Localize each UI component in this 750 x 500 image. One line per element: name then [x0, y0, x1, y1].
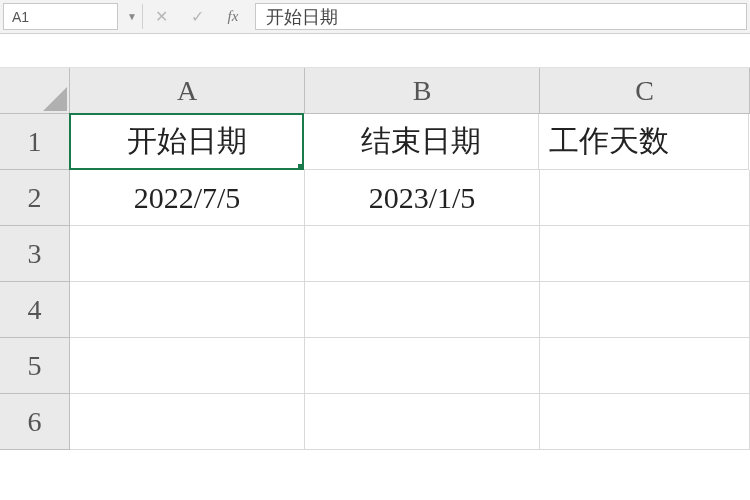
row-4: 4 — [0, 282, 750, 338]
formula-bar: A1 ▼ ✕ ✓ fx 开始日期 — [0, 0, 750, 34]
check-icon: ✓ — [191, 7, 204, 26]
column-header-a[interactable]: A — [70, 68, 305, 114]
cell-a5[interactable] — [70, 338, 305, 394]
cell-a6[interactable] — [70, 394, 305, 450]
cell-b5[interactable] — [305, 338, 540, 394]
row-1: 1 开始日期 结束日期 工作天数 — [0, 114, 750, 170]
name-box-value: A1 — [12, 9, 29, 25]
insert-function-button[interactable]: fx — [215, 0, 251, 33]
cell-a3[interactable] — [70, 226, 305, 282]
name-box[interactable]: A1 — [3, 3, 118, 30]
formula-input[interactable]: 开始日期 — [255, 3, 747, 30]
spacer — [0, 34, 750, 68]
x-icon: ✕ — [155, 7, 168, 26]
cell-c1[interactable]: 工作天数 — [539, 114, 749, 170]
chevron-down-icon: ▼ — [127, 11, 137, 22]
cell-c5[interactable] — [540, 338, 750, 394]
cancel-button[interactable]: ✕ — [143, 0, 179, 33]
cell-a1[interactable]: 开始日期 — [69, 113, 304, 170]
column-header-row: A B C — [0, 68, 750, 114]
column-header-c[interactable]: C — [540, 68, 750, 114]
row-3: 3 — [0, 226, 750, 282]
spreadsheet-grid: A B C 1 开始日期 结束日期 工作天数 2 2022/7/5 2023/1… — [0, 68, 750, 450]
column-header-b[interactable]: B — [305, 68, 540, 114]
cell-c3[interactable] — [540, 226, 750, 282]
row-2: 2 2022/7/5 2023/1/5 — [0, 170, 750, 226]
row-header-2[interactable]: 2 — [0, 170, 70, 226]
select-all-corner[interactable] — [0, 68, 70, 114]
fx-icon: fx — [228, 8, 239, 25]
formula-input-value: 开始日期 — [266, 5, 338, 29]
row-header-6[interactable]: 6 — [0, 394, 70, 450]
row-header-5[interactable]: 5 — [0, 338, 70, 394]
cell-c4[interactable] — [540, 282, 750, 338]
cell-b2[interactable]: 2023/1/5 — [305, 170, 540, 226]
cell-b1[interactable]: 结束日期 — [304, 114, 539, 170]
row-5: 5 — [0, 338, 750, 394]
cell-b3[interactable] — [305, 226, 540, 282]
row-header-1[interactable]: 1 — [0, 114, 70, 170]
cell-b4[interactable] — [305, 282, 540, 338]
row-6: 6 — [0, 394, 750, 450]
row-header-3[interactable]: 3 — [0, 226, 70, 282]
cell-c6[interactable] — [540, 394, 750, 450]
cell-a4[interactable] — [70, 282, 305, 338]
enter-button[interactable]: ✓ — [179, 0, 215, 33]
name-box-dropdown[interactable]: ▼ — [122, 0, 142, 33]
cell-a2[interactable]: 2022/7/5 — [70, 170, 305, 226]
row-header-4[interactable]: 4 — [0, 282, 70, 338]
cell-c2[interactable] — [540, 170, 750, 226]
cell-b6[interactable] — [305, 394, 540, 450]
